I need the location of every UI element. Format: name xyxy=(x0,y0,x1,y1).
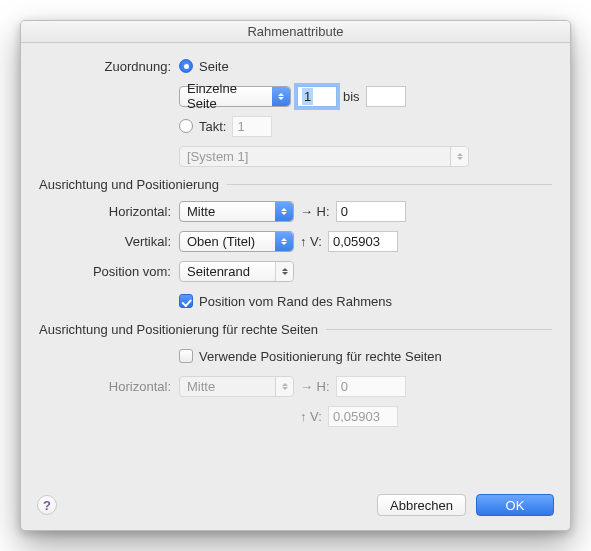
h-label: Horizontal: xyxy=(39,204,179,219)
h-offset-label: → H: xyxy=(300,204,330,219)
section1-title: Ausrichtung und Positionierung xyxy=(39,177,219,192)
updown-arrows-icon xyxy=(272,87,290,106)
divider xyxy=(326,329,552,330)
h-align-select-value: Mitte xyxy=(187,204,215,219)
right-h-align-select: Mitte xyxy=(179,376,294,397)
cancel-button[interactable]: Abbrechen xyxy=(377,494,466,516)
dialog-window: Rahmenattribute Zuordnung: Seite Einzeln… xyxy=(20,20,571,531)
use-right-checkbox-label: Verwende Positionierung für rechte Seite… xyxy=(199,349,442,364)
updown-arrows-icon xyxy=(275,262,293,281)
help-button[interactable]: ? xyxy=(37,495,57,515)
edge-checkbox-label: Position vom Rand des Rahmens xyxy=(199,294,392,309)
updown-arrows-icon xyxy=(275,377,293,396)
right-h-label: Horizontal: xyxy=(39,379,179,394)
system-select-value: [System 1] xyxy=(187,149,248,164)
v-align-select[interactable]: Oben (Titel) xyxy=(179,231,294,252)
right-v-offset-label: ↑ V: xyxy=(300,409,322,424)
updown-arrows-icon xyxy=(275,232,293,251)
section2-title: Ausrichtung und Positionierung für recht… xyxy=(39,322,318,337)
page-range-select-value: Einzelne Seite xyxy=(187,81,268,111)
dialog-footer: ? Abbrechen OK xyxy=(21,484,570,530)
dialog-content: Zuordnung: Seite Einzelne Seite 1 bis xyxy=(21,43,570,449)
right-v-offset-input: 0,05903 xyxy=(328,406,398,427)
v-label: Vertikal: xyxy=(39,234,179,249)
updown-arrows-icon xyxy=(275,202,293,221)
radio-measure-label: Takt: xyxy=(199,119,226,134)
right-h-align-select-value: Mitte xyxy=(187,379,215,394)
window-title: Rahmenattribute xyxy=(21,21,570,43)
radio-measure[interactable] xyxy=(179,119,193,133)
system-select: [System 1] xyxy=(179,146,469,167)
page-from-input[interactable]: 1 xyxy=(297,86,337,107)
right-h-offset-label: → H: xyxy=(300,379,330,394)
h-offset-input[interactable]: 0 xyxy=(336,201,406,222)
page-to-label: bis xyxy=(343,89,360,104)
divider xyxy=(227,184,552,185)
right-h-offset-input: 0 xyxy=(336,376,406,397)
use-right-checkbox[interactable] xyxy=(179,349,193,363)
position-from-select[interactable]: Seitenrand xyxy=(179,261,294,282)
measure-input: 1 xyxy=(232,116,272,137)
v-offset-input[interactable]: 0,05903 xyxy=(328,231,398,252)
radio-page[interactable] xyxy=(179,59,193,73)
page-range-select[interactable]: Einzelne Seite xyxy=(179,86,291,107)
radio-page-label: Seite xyxy=(199,59,229,74)
assignment-label: Zuordnung: xyxy=(39,59,179,74)
page-to-input[interactable] xyxy=(366,86,406,107)
position-from-select-value: Seitenrand xyxy=(187,264,250,279)
updown-arrows-icon xyxy=(450,147,468,166)
v-offset-label: ↑ V: xyxy=(300,234,322,249)
edge-checkbox[interactable] xyxy=(179,294,193,308)
h-align-select[interactable]: Mitte xyxy=(179,201,294,222)
ok-button[interactable]: OK xyxy=(476,494,554,516)
v-align-select-value: Oben (Titel) xyxy=(187,234,255,249)
pos-from-label: Position vom: xyxy=(39,264,179,279)
